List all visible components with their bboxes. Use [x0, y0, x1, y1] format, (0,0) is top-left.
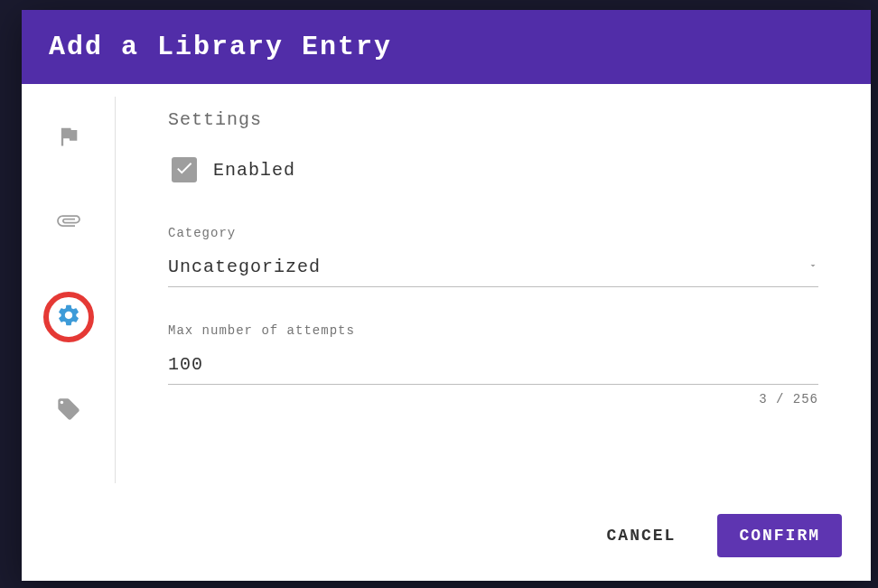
enabled-checkbox[interactable]	[172, 157, 197, 182]
category-value: Uncategorized	[168, 257, 321, 277]
gear-icon	[56, 303, 81, 332]
category-field: Category Uncategorized	[168, 226, 818, 287]
sidebar-tab-settings[interactable]	[43, 292, 94, 342]
cancel-button[interactable]: CANCEL	[585, 514, 698, 557]
section-title: Settings	[168, 109, 818, 130]
category-label: Category	[168, 226, 818, 240]
max-attempts-input[interactable]	[168, 349, 818, 385]
settings-panel: Settings Enabled Category Uncategorized	[116, 84, 871, 496]
flag-icon	[56, 124, 81, 154]
max-attempts-field: Max number of attempts 3 / 256	[168, 323, 818, 406]
modal-header: Add a Library Entry	[22, 10, 871, 84]
modal-body: Settings Enabled Category Uncategorized	[22, 84, 871, 496]
max-attempts-label: Max number of attempts	[168, 323, 818, 338]
enabled-row: Enabled	[168, 157, 818, 182]
confirm-button[interactable]: CONFIRM	[717, 514, 842, 557]
chevron-down-icon	[808, 259, 818, 275]
modal-sidebar	[22, 97, 116, 483]
category-select[interactable]: Uncategorized	[168, 251, 818, 287]
sidebar-tab-flag[interactable]	[56, 124, 81, 154]
modal-title: Add a Library Entry	[49, 32, 392, 62]
attachment-icon	[56, 208, 81, 238]
sidebar-tab-attachment[interactable]	[56, 208, 81, 238]
char-counter: 3 / 256	[168, 392, 818, 406]
tag-icon	[56, 397, 81, 426]
check-icon	[174, 158, 194, 182]
modal-footer: CANCEL CONFIRM	[22, 496, 871, 581]
add-library-entry-modal: Add a Library Entry	[22, 10, 871, 581]
enabled-label: Enabled	[213, 160, 295, 181]
sidebar-tab-tag[interactable]	[56, 397, 81, 426]
